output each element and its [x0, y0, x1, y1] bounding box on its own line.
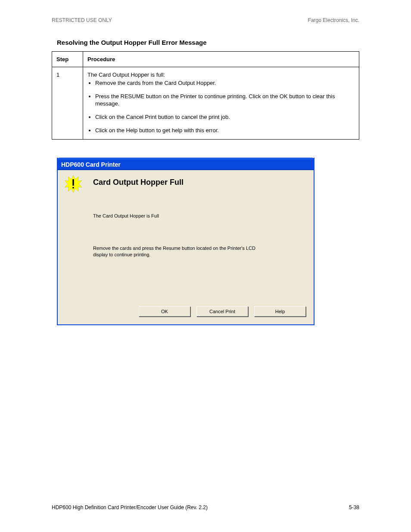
solution-table: Step Procedure 1 The Card Output Hopper … — [52, 51, 359, 140]
help-button[interactable]: Help — [254, 306, 306, 317]
ok-button[interactable]: OK — [139, 306, 190, 317]
col-proc-header: Procedure — [83, 52, 359, 67]
dialog-body: Card Output Hopper Full The Card Output … — [58, 170, 314, 324]
cancel-print-button[interactable]: Cancel Print — [196, 306, 248, 317]
procedure-list: Remove the cards from the Card Output Ho… — [95, 80, 355, 134]
col-step-header: Step — [52, 52, 83, 67]
dialog-message-1: The Card Output Hopper is Full — [93, 213, 304, 219]
section-title: Resolving the Output Hopper Full Error M… — [57, 39, 359, 46]
dialog-heading: Card Output Hopper Full — [93, 178, 304, 187]
list-item: Click on the Help button to get help wit… — [95, 127, 355, 134]
list-item: Remove the cards from the Card Output Ho… — [95, 80, 355, 87]
error-dialog: HDP600 Card Printer Card Output Hopper F… — [57, 158, 314, 325]
list-item: Click on the Cancel Print button to canc… — [95, 114, 355, 121]
procedure-cell: The Card Output Hopper is full: Remove t… — [83, 67, 359, 140]
footer-right: 5-38 — [349, 504, 359, 510]
table-row: 1 The Card Output Hopper is full: Remove… — [52, 67, 359, 140]
svg-rect-1 — [72, 179, 74, 186]
dialog-titlebar[interactable]: HDP600 Card Printer — [57, 158, 314, 170]
procedure-intro: The Card Output Hopper is full: — [87, 72, 355, 78]
page-footer: HDP600 High Definition Card Printer/Enco… — [52, 504, 359, 510]
table-header-row: Step Procedure — [52, 52, 359, 67]
dialog-title-text: HDP600 Card Printer — [61, 161, 121, 168]
step-cell: 1 — [52, 67, 83, 140]
footer-left: HDP600 High Definition Card Printer/Enco… — [52, 504, 208, 510]
dialog-message-2: Remove the cards and press the Resume bu… — [93, 245, 265, 258]
svg-rect-2 — [72, 187, 74, 188]
doc-header-right: Fargo Electronics, Inc. — [308, 17, 359, 23]
doc-header-left: RESTRICTED USE ONLY — [52, 17, 112, 23]
list-item: Press the RESUME button on the Printer t… — [95, 93, 355, 108]
warning-icon — [65, 175, 82, 193]
dialog-button-row: OK Cancel Print Help — [139, 306, 306, 317]
